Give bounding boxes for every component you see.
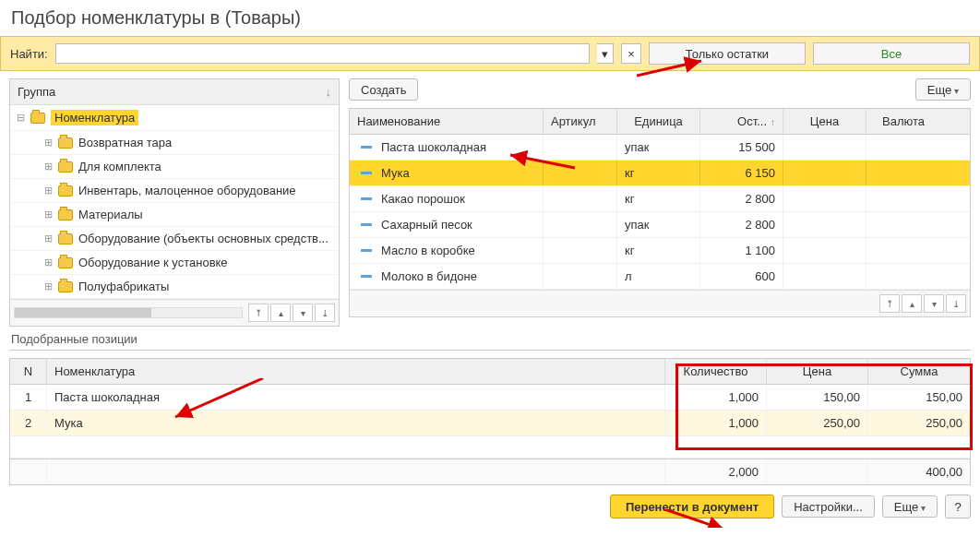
- cell-currency: [866, 212, 940, 237]
- grid-row[interactable]: Паста шоколаднаяупак15 500: [350, 135, 970, 161]
- folder-icon: [58, 161, 73, 173]
- filter-stock-only[interactable]: Только остатки: [649, 42, 806, 65]
- cell-price: [783, 212, 866, 237]
- tree-label: Полуфабрикаты: [78, 280, 169, 293]
- grid-row[interactable]: Сахарный песокупак2 800: [350, 212, 970, 238]
- items-grid: Наименование Артикул Единица Ост...↑ Цен…: [349, 108, 971, 317]
- selected-row[interactable]: 1Паста шоколадная1,000150,00150,00: [10, 385, 970, 411]
- grid-row[interactable]: Какао порошоккг2 800: [350, 186, 970, 212]
- search-dropdown[interactable]: ▾: [597, 43, 614, 64]
- total-qty: 2,000: [665, 459, 767, 484]
- expand-icon[interactable]: ⊞: [43, 232, 53, 244]
- col-stock[interactable]: Ост...↑: [700, 109, 783, 134]
- col-article[interactable]: Артикул: [544, 109, 617, 134]
- col-name[interactable]: Наименование: [350, 109, 544, 134]
- cell-currency: [866, 264, 940, 289]
- tree-label: Возвратная тара: [78, 136, 172, 149]
- bottom-more-button[interactable]: Еще: [882, 495, 938, 518]
- page-title: Подбор номенклатуры в (Товары): [0, 0, 980, 36]
- cell-price: [783, 186, 866, 211]
- col-unit[interactable]: Единица: [617, 109, 700, 134]
- cell-currency: [866, 161, 940, 185]
- cell-name: Масло в коробке: [381, 244, 475, 257]
- tree-nav-first[interactable]: ⤒: [248, 304, 269, 322]
- expand-icon[interactable]: ⊞: [43, 209, 53, 220]
- tree-item[interactable]: ⊞Материалы: [10, 203, 339, 227]
- cell-qty: 1,000: [665, 411, 767, 435]
- grid-nav-down[interactable]: ▾: [924, 294, 944, 313]
- grid-more-button[interactable]: Еще: [915, 78, 971, 101]
- sel-col-price[interactable]: Цена: [767, 359, 868, 384]
- cell-stock: 2 800: [700, 186, 783, 211]
- cell-article: [544, 135, 617, 160]
- tree-hscroll[interactable]: [14, 307, 243, 318]
- tree-nav-last[interactable]: ⤓: [315, 304, 335, 322]
- cell-stock: 1 100: [700, 238, 783, 263]
- folder-icon: [30, 113, 45, 124]
- tree-item[interactable]: ⊞Возвратная тара: [10, 131, 339, 155]
- item-icon: [361, 146, 372, 149]
- tree-item[interactable]: ⊞Инвентарь, малоценное оборудование: [10, 179, 339, 203]
- grid-row[interactable]: Мукакг6 150: [350, 161, 970, 186]
- tree-nav-up[interactable]: ▴: [270, 304, 291, 322]
- collapse-icon[interactable]: ⊟: [16, 112, 25, 124]
- cell-name: Паста шоколадная: [381, 140, 486, 154]
- cell-article: [544, 186, 617, 211]
- cell-sum: 150,00: [868, 385, 970, 410]
- col-currency[interactable]: Валюта: [866, 109, 940, 134]
- cell-stock: 600: [700, 264, 783, 289]
- grid-row[interactable]: Масло в коробкекг1 100: [350, 238, 970, 264]
- sel-col-sum[interactable]: Сумма: [868, 359, 970, 384]
- tree-item[interactable]: ⊞Полуфабрикаты: [10, 275, 339, 299]
- folder-icon: [58, 209, 73, 220]
- grid-nav-up[interactable]: ▴: [902, 294, 922, 313]
- filter-all[interactable]: Все: [813, 42, 970, 65]
- cell-stock: 15 500: [700, 135, 783, 160]
- search-clear[interactable]: ×: [621, 43, 641, 64]
- cell-stock: 2 800: [700, 212, 783, 237]
- selected-row[interactable]: 2Мука1,000250,00250,00: [10, 411, 970, 436]
- tree-item[interactable]: ⊞Оборудование (объекты основных средств.…: [10, 227, 339, 251]
- help-button[interactable]: ?: [945, 494, 971, 518]
- cell-price: 150,00: [767, 385, 868, 410]
- folder-icon: [58, 281, 73, 292]
- sel-col-n[interactable]: N: [10, 359, 47, 384]
- cell-price: [783, 238, 866, 263]
- expand-icon[interactable]: ⊞: [43, 137, 53, 149]
- col-price[interactable]: Цена: [783, 109, 866, 134]
- group-tree: Группа ↓ ⊟ Номенклатура ⊞Возвратная тара…: [9, 78, 340, 327]
- tree-label: Оборудование (объекты основных средств..…: [78, 232, 329, 245]
- cell-n: 2: [10, 411, 47, 435]
- tree-item-root[interactable]: ⊟ Номенклатура: [10, 105, 339, 131]
- cell-currency: [866, 186, 940, 211]
- tree-header-sort-icon[interactable]: ↓: [326, 85, 332, 99]
- sel-col-qty[interactable]: Количество: [665, 359, 767, 384]
- cell-name: Мука: [47, 411, 665, 435]
- cell-currency: [866, 238, 940, 263]
- tree-item[interactable]: ⊞Для комплекта: [10, 155, 339, 179]
- tree-item[interactable]: ⊞Оборудование к установке: [10, 251, 339, 275]
- grid-row[interactable]: Молоко в бидонел600: [350, 264, 970, 290]
- tree-nav-down[interactable]: ▾: [293, 304, 313, 322]
- item-icon: [361, 223, 372, 226]
- settings-button[interactable]: Настройки...: [782, 495, 875, 518]
- cell-name: Паста шоколадная: [47, 385, 665, 410]
- expand-icon[interactable]: ⊞: [43, 280, 53, 292]
- search-input[interactable]: [55, 43, 590, 64]
- expand-icon[interactable]: ⊞: [43, 256, 53, 268]
- expand-icon[interactable]: ⊞: [43, 185, 53, 197]
- expand-icon[interactable]: ⊞: [43, 161, 53, 173]
- create-button[interactable]: Создать: [349, 78, 418, 101]
- grid-nav-first[interactable]: ⤒: [879, 294, 900, 313]
- tree-label: Для комплекта: [78, 160, 161, 173]
- folder-icon: [58, 257, 73, 268]
- search-bar: Найти: ▾ × Только остатки Все: [0, 36, 980, 71]
- tree-label: Оборудование к установке: [78, 256, 228, 269]
- cell-price: [783, 161, 866, 185]
- cell-name: Сахарный песок: [381, 218, 472, 232]
- sort-asc-icon: ↑: [771, 117, 775, 127]
- tree-label: Инвентарь, малоценное оборудование: [78, 184, 296, 197]
- grid-nav-last[interactable]: ⤓: [946, 294, 966, 313]
- sel-col-name[interactable]: Номенклатура: [47, 359, 665, 384]
- transfer-button[interactable]: Перенести в документ: [610, 494, 774, 518]
